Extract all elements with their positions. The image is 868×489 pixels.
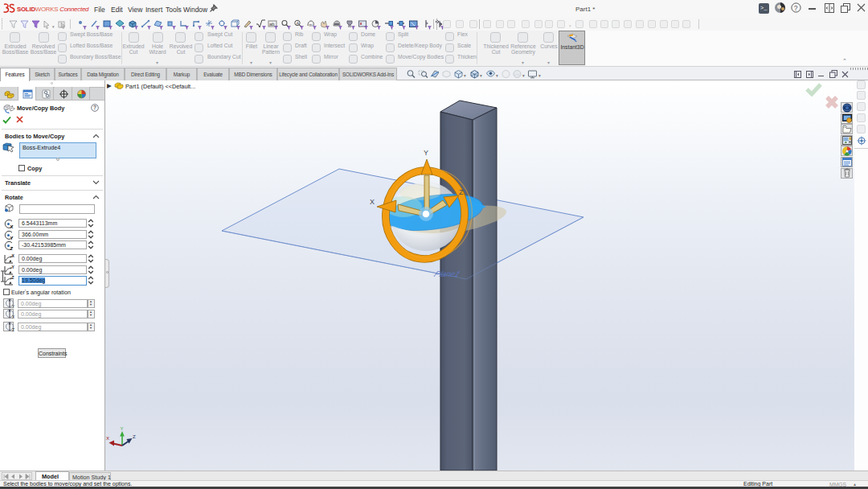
svg-text:Z: Z — [12, 276, 14, 280]
svg-text:Z: Z — [133, 434, 136, 439]
svg-text:X: X — [10, 224, 14, 229]
svg-text:?: ? — [794, 4, 798, 12]
svg-text:Z: Z — [459, 188, 464, 196]
svg-text:m: m — [309, 23, 313, 27]
svg-text:A: A — [296, 21, 299, 26]
svg-text:Y: Y — [121, 426, 124, 431]
svg-text:?: ? — [93, 105, 96, 110]
svg-text:X: X — [12, 254, 15, 258]
svg-text:Y: Y — [424, 149, 428, 157]
svg-text:Z: Z — [10, 246, 14, 251]
svg-text:Plane1: Plane1 — [432, 269, 462, 278]
svg-text:Z: Z — [12, 327, 14, 332]
svg-text:X: X — [106, 436, 109, 441]
svg-text:X: X — [12, 314, 15, 319]
svg-text:X: X — [370, 198, 375, 206]
svg-text:Y: Y — [12, 265, 15, 269]
svg-text:ab: ab — [269, 22, 275, 27]
